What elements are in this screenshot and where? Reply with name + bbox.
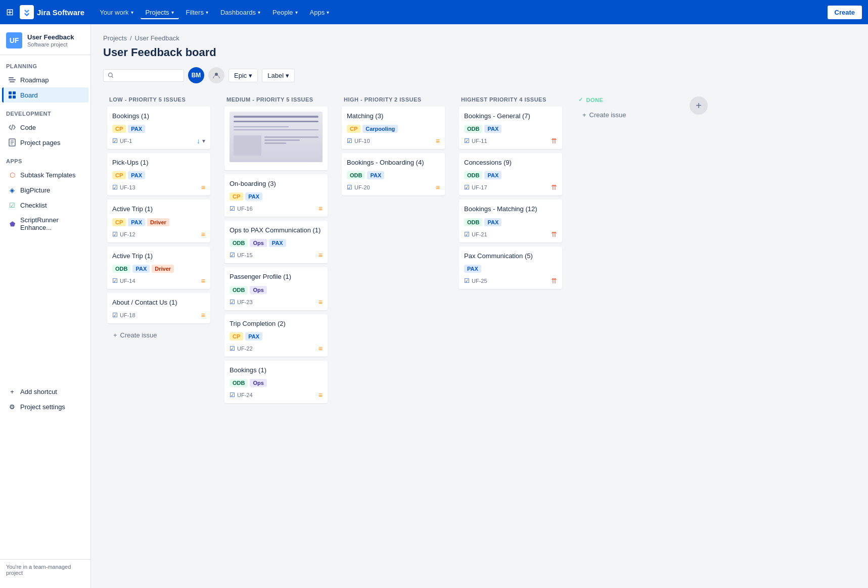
card[interactable]: On-boarding (3)CPPAX ☑ UF-16 ≡ (224, 174, 328, 217)
card[interactable] (224, 107, 328, 170)
tag-cp: CP (112, 125, 126, 133)
card-tags: CPPAX (230, 332, 323, 340)
card[interactable]: Bookings - Onboarding (4)ODBPAX ☑ UF-20 … (342, 153, 445, 195)
checkbox-icon: ☑ (112, 184, 118, 191)
logo[interactable]: Jira Software (20, 5, 84, 19)
nav-dashboards[interactable]: Dashboards ▾ (215, 6, 265, 19)
card-tags: CPCarpooling (347, 125, 440, 133)
checkbox-icon: ☑ (347, 137, 352, 144)
card-issue-id: UF-12 (120, 231, 135, 237)
card[interactable]: Pick-Ups (1)CPPAX ☑ UF-13 ≡ (107, 153, 210, 195)
column-body-done: +Create issue (572, 107, 683, 129)
nav-projects[interactable]: Projects ▾ (141, 6, 179, 19)
avatar-bm[interactable]: BM (188, 67, 204, 83)
pages-icon (8, 138, 16, 146)
card-footer: ☑ UF-15 ≡ (230, 251, 323, 259)
epic-filter[interactable]: Epic ▾ (229, 69, 258, 82)
card[interactable]: Bookings (1)ODBOps ☑ UF-24 ≡ (224, 361, 328, 403)
epic-chevron-icon: ▾ (249, 72, 252, 79)
create-issue-done-label: Create issue (589, 111, 626, 119)
sidebar-item-project-settings[interactable]: ⚙ Project settings (2, 399, 88, 414)
card[interactable]: Concessions (9)ODBPAX ☑ UF-17 ⇈ (459, 153, 562, 195)
sidebar-item-board[interactable]: Board (2, 87, 88, 103)
card-tags: CPPAX (230, 192, 323, 201)
sidebar-item-checklist[interactable]: ☑ Checklist (2, 198, 88, 213)
card[interactable]: Bookings - Matching (12)ODBPAX ☑ UF-21 ⇈ (459, 200, 562, 242)
priority-medium-icon: ≡ (436, 183, 440, 191)
checkbox-icon: ☑ (464, 277, 470, 284)
card[interactable]: Bookings - General (7)ODBPAX ☑ UF-11 ⇈ (459, 107, 562, 149)
avatar-group[interactable] (208, 67, 224, 83)
sidebar-item-scriptrunner[interactable]: ⬟ ScriptRunner Enhance... (2, 213, 88, 235)
nav-your-work[interactable]: Your work ▾ (95, 6, 138, 19)
roadmap-icon (8, 76, 16, 84)
tag-odb: ODB (464, 171, 482, 179)
project-header[interactable]: UF User Feedback Software project (0, 24, 90, 55)
sidebar-item-subtask-templates[interactable]: ⬡ Subtask Templates (2, 167, 88, 182)
sidebar-item-bigpicture[interactable]: ◈ BigPicture (2, 182, 88, 198)
nav-filters[interactable]: Filters ▾ (181, 6, 213, 19)
card-issue-id: UF-14 (120, 278, 135, 284)
card[interactable]: Passenger Profile (1)ODBOps ☑ UF-23 ≡ (224, 267, 328, 310)
priority-highest-icon: ⇈ (551, 137, 557, 145)
project-type: Software project (27, 41, 74, 47)
priority-highest-icon: ⇈ (551, 230, 557, 238)
card-id: ☑ UF-13 (112, 184, 135, 191)
card[interactable]: Bookings (1)CPPAX ☑ UF-1 ↓▾ (107, 107, 210, 149)
grid-icon[interactable]: ⊞ (6, 7, 14, 18)
nav-apps[interactable]: Apps ▾ (305, 6, 335, 19)
card[interactable]: Pax Communication (5)PAX ☑ UF-25 ⇈ (459, 247, 562, 289)
card-footer: ☑ UF-23 ≡ (230, 298, 323, 306)
card-tags: PAX (464, 265, 557, 273)
nav-people[interactable]: People ▾ (267, 6, 302, 19)
card[interactable]: Active Trip (1)ODBPAXDriver ☑ UF-14 ≡ (107, 247, 210, 289)
nav-filters-label: Filters (186, 9, 204, 16)
card-tags: ODBPAX (464, 171, 557, 179)
card[interactable]: Matching (3)CPCarpooling ☑ UF-10 ≡ (342, 107, 445, 149)
chevron-down-icon: ▾ (206, 10, 208, 15)
card-id: ☑ UF-22 (230, 345, 253, 352)
priority-medium-icon: ≡ (201, 277, 205, 285)
dropdown-icon[interactable]: ▾ (202, 137, 205, 144)
nav-people-label: People (272, 9, 293, 16)
create-issue-label: Create issue (120, 331, 157, 339)
search-input[interactable] (117, 72, 179, 79)
tag-cp: CP (112, 218, 126, 226)
sidebar-item-add-shortcut[interactable]: + Add shortcut (2, 384, 88, 399)
sidebar-item-roadmap[interactable]: Roadmap (2, 72, 88, 87)
card-tags: CPPAX (112, 171, 205, 179)
create-issue-done-button[interactable]: +Create issue (578, 107, 677, 123)
development-section-title: Development (0, 103, 90, 120)
card[interactable]: Trip Completion (2)CPPAX ☑ UF-22 ≡ (224, 314, 328, 357)
column-header-highest: HIGHEST PRIORITY 4 ISSUES (455, 91, 566, 107)
tag-odb: ODB (230, 379, 248, 387)
breadcrumb-projects[interactable]: Projects (103, 34, 127, 42)
label-filter[interactable]: Label ▾ (262, 69, 295, 82)
sidebar-item-project-pages[interactable]: Project pages (2, 135, 88, 150)
card-footer: ☑ UF-10 ≡ (347, 137, 440, 145)
done-check-icon: ✓ (578, 96, 583, 103)
checkbox-icon: ☑ (230, 252, 235, 259)
card-footer: ☑ UF-25 ⇈ (464, 277, 557, 285)
card-id: ☑ UF-24 (230, 391, 253, 399)
breadcrumb-separator: / (130, 34, 132, 42)
card-issue-id: UF-25 (472, 278, 487, 284)
tag-pax: PAX (128, 218, 145, 226)
card-id: ☑ UF-17 (464, 184, 487, 191)
create-issue-button[interactable]: +Create issue (109, 327, 208, 343)
search-box[interactable] (103, 69, 184, 82)
card-issue-id: UF-16 (237, 206, 253, 212)
planning-section-title: Planning (0, 55, 90, 72)
sidebar-item-code[interactable]: Code (2, 120, 88, 135)
roadmap-label: Roadmap (20, 76, 49, 84)
subtask-label: Subtask Templates (20, 171, 76, 179)
create-button[interactable]: Create (828, 6, 862, 19)
card[interactable]: Ops to PAX Communication (1)ODBOpsPAX ☑ … (224, 221, 328, 263)
priority-highest-icon: ⇈ (551, 277, 557, 285)
card[interactable]: About / Contact Us (1) ☑ UF-18 ≡ (107, 293, 210, 323)
tag-odb: ODB (230, 239, 248, 247)
tag-cp: CP (347, 125, 360, 133)
card[interactable]: Active Trip (1)CPPAXDriver ☑ UF-12 ≡ (107, 200, 210, 242)
add-column-button[interactable]: + (690, 96, 708, 115)
chevron-down-icon: ▾ (171, 10, 174, 15)
